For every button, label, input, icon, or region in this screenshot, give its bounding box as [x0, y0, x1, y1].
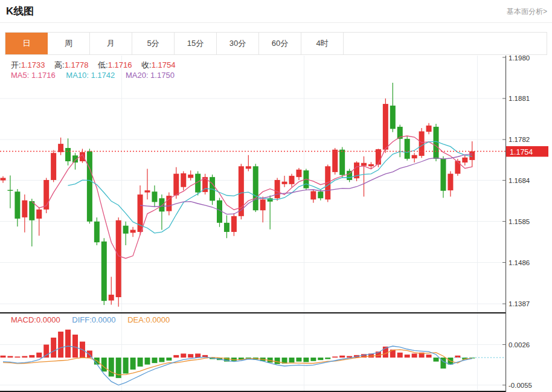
- macd-bar: [434, 358, 439, 362]
- tab-week[interactable]: 周: [48, 33, 90, 54]
- candle[interactable]: [289, 174, 295, 187]
- svg-text:0.0026: 0.0026: [509, 341, 530, 349]
- candle[interactable]: [72, 153, 78, 170]
- candle[interactable]: [224, 215, 229, 238]
- ma5-value: MA5: 1.1716: [11, 71, 56, 80]
- candle[interactable]: [462, 155, 467, 165]
- candle[interactable]: [282, 176, 287, 187]
- tab-month[interactable]: 月: [90, 33, 132, 54]
- candle[interactable]: [101, 238, 107, 305]
- candle[interactable]: [138, 185, 143, 236]
- candle[interactable]: [159, 194, 164, 230]
- candle[interactable]: [58, 138, 63, 155]
- ma10-value: MA10: 1.1742: [66, 71, 115, 80]
- macd-bar: [405, 355, 410, 358]
- candle[interactable]: [202, 174, 208, 194]
- candle[interactable]: [275, 178, 280, 201]
- candle[interactable]: [419, 128, 425, 158]
- candle[interactable]: [94, 217, 100, 245]
- tabbar-filler: [344, 33, 547, 54]
- macd-bar: [7, 356, 13, 358]
- candle[interactable]: [188, 170, 193, 181]
- candle[interactable]: [426, 123, 432, 135]
- candle[interactable]: [361, 156, 367, 197]
- macd-bar: [22, 356, 27, 358]
- candle[interactable]: [22, 194, 27, 233]
- tab-30min[interactable]: 30分: [217, 33, 259, 54]
- price-axis-labels: 1.1980 1.1881 1.1782 1.1684 1.1585 1.148…: [509, 56, 530, 307]
- macd-bar: [289, 358, 295, 362]
- candle[interactable]: [130, 227, 136, 237]
- low-value: 1.1716: [108, 60, 132, 69]
- candle[interactable]: [354, 161, 359, 181]
- current-price-tag: 1.1754: [506, 146, 548, 157]
- candle[interactable]: [390, 83, 396, 132]
- candle[interactable]: [43, 178, 49, 213]
- macd-axis-labels: 0.0026 -0.0055: [509, 341, 532, 389]
- macd-bar: [29, 355, 34, 358]
- ohlc-info: 开:1.1733 高:1.1778 低:1.1716 收:1.1754: [11, 60, 182, 71]
- macd-bar: [145, 358, 150, 365]
- candle[interactable]: [14, 189, 20, 227]
- candle[interactable]: [260, 196, 266, 222]
- macd-bar: [412, 353, 417, 358]
- macd-bar: [173, 355, 179, 358]
- candle[interactable]: [181, 172, 186, 191]
- macd-bar: [310, 358, 316, 361]
- candle[interactable]: [217, 198, 222, 227]
- candle[interactable]: [448, 172, 453, 197]
- candle[interactable]: [65, 138, 71, 165]
- macd-bar: [275, 358, 280, 364]
- macd-bar: [303, 358, 309, 362]
- candle[interactable]: [166, 193, 172, 216]
- candle[interactable]: [268, 195, 273, 229]
- candle[interactable]: [29, 199, 34, 246]
- macd-bar: [72, 335, 78, 358]
- candle[interactable]: [152, 185, 157, 207]
- candle[interactable]: [383, 98, 388, 153]
- tab-60min[interactable]: 60分: [259, 33, 301, 54]
- macd-bar: [426, 355, 432, 358]
- candle[interactable]: [296, 168, 301, 180]
- low-label: 低:: [98, 60, 108, 69]
- period-tabbar: 日 周 月 5分 15分 30分 60分 4时: [5, 32, 547, 55]
- candle[interactable]: [123, 222, 129, 245]
- diff-value: DIFF:0.0000: [72, 315, 115, 324]
- candle[interactable]: [116, 217, 121, 307]
- macd-axis: [502, 312, 506, 392]
- high-value: 1.1778: [65, 60, 89, 69]
- candle[interactable]: [339, 147, 345, 178]
- tab-4hour[interactable]: 4时: [301, 33, 344, 54]
- tab-15min[interactable]: 15分: [175, 33, 217, 54]
- tab-day[interactable]: 日: [5, 33, 48, 54]
- candle[interactable]: [405, 137, 410, 161]
- candle[interactable]: [310, 190, 316, 203]
- candle[interactable]: [412, 153, 417, 162]
- macd-value: MACD:0.0000: [11, 315, 60, 324]
- candle[interactable]: [51, 150, 56, 182]
- open-value: 1.1733: [21, 60, 45, 69]
- main-candlestick-chart[interactable]: 1.1980 1.1881 1.1782 1.1684 1.1585 1.148…: [0, 56, 552, 312]
- candle[interactable]: [246, 155, 251, 172]
- macd-bar: [51, 338, 56, 358]
- macd-bar: [130, 358, 136, 370]
- candle[interactable]: [87, 149, 92, 223]
- candle[interactable]: [332, 148, 338, 175]
- macd-bar: [296, 358, 301, 362]
- candle[interactable]: [253, 164, 258, 212]
- candle[interactable]: [109, 277, 114, 304]
- candle[interactable]: [231, 213, 237, 236]
- svg-text:1.1486: 1.1486: [509, 259, 530, 266]
- macd-bar: [43, 345, 49, 358]
- tab-5min[interactable]: 5分: [132, 33, 175, 54]
- macd-bar: [36, 353, 42, 358]
- title-divider: [0, 22, 552, 23]
- macd-bar: [1, 356, 6, 358]
- macd-bar: [109, 358, 114, 376]
- candle[interactable]: [455, 159, 460, 176]
- candle[interactable]: [145, 169, 150, 199]
- fundamental-analysis-link[interactable]: 基本面分析>: [507, 7, 547, 17]
- page-title: K线图: [6, 4, 34, 18]
- candle[interactable]: [440, 156, 446, 198]
- candle[interactable]: [1, 176, 6, 183]
